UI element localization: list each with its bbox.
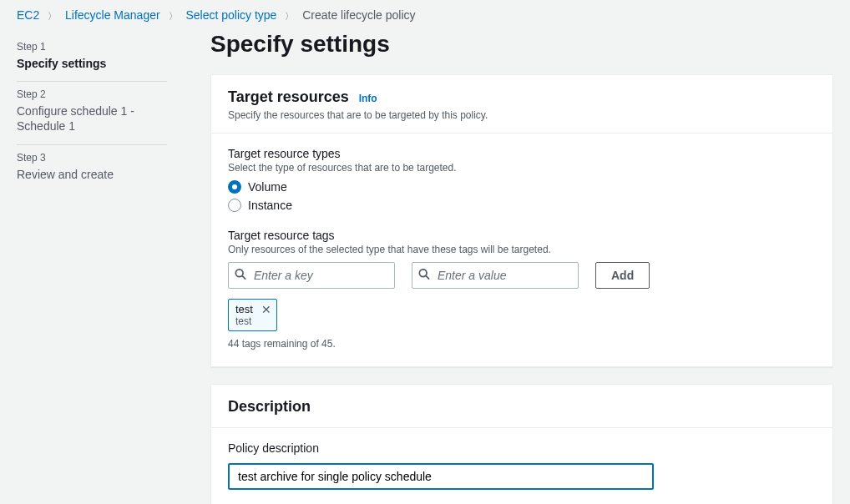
tag-token-key: test [235, 303, 253, 315]
svg-point-0 [235, 270, 243, 277]
chevron-right-icon: 〉 [285, 11, 294, 21]
close-icon[interactable]: ✕ [261, 303, 271, 316]
step-3-label: Step 3 [17, 152, 167, 164]
tag-token-value: test [235, 315, 253, 327]
svg-line-1 [242, 276, 245, 280]
radio-volume-label: Volume [248, 180, 287, 194]
wizard-steps: Step 1 Specify settings Step 2 Configure… [17, 28, 184, 504]
policy-description-label: Policy description [228, 441, 816, 455]
tags-remaining: 44 tags remaining of 45. [228, 338, 816, 350]
radio-icon [228, 199, 241, 212]
search-icon [418, 269, 430, 283]
step-1-label: Step 1 [17, 41, 167, 53]
breadcrumb-current: Create lifecycle policy [302, 8, 415, 22]
tag-value-input-wrap [412, 262, 579, 289]
resource-types-label: Target resource types [228, 147, 816, 160]
chevron-right-icon: 〉 [48, 11, 57, 21]
step-3-title[interactable]: Review and create [17, 167, 167, 182]
target-resources-panel: Target resources Info Specify the resour… [210, 74, 833, 367]
step-2-label: Step 2 [17, 88, 167, 100]
breadcrumb-lifecycle[interactable]: Lifecycle Manager [65, 8, 160, 22]
radio-icon [228, 180, 241, 194]
svg-point-2 [419, 270, 427, 277]
breadcrumb: EC2 〉 Lifecycle Manager 〉 Select policy … [0, 0, 850, 28]
info-link[interactable]: Info [359, 93, 377, 104]
target-resources-subtitle: Specify the resources that are to be tar… [228, 109, 816, 121]
tag-key-input-wrap [228, 262, 395, 289]
resource-tags-hint: Only resources of the selected type that… [228, 244, 816, 255]
chevron-right-icon: 〉 [169, 11, 178, 21]
radio-instance-label: Instance [248, 199, 292, 212]
add-button[interactable]: Add [595, 262, 650, 289]
page-title: Specify settings [210, 31, 833, 58]
svg-line-3 [426, 276, 429, 280]
tag-value-input[interactable] [412, 262, 579, 289]
search-icon [235, 269, 246, 283]
resource-types-hint: Select the type of resources that are to… [228, 162, 816, 174]
target-resources-heading: Target resources [228, 88, 349, 106]
radio-instance[interactable]: Instance [228, 199, 816, 212]
policy-description-input[interactable] [228, 463, 654, 490]
step-2-title[interactable]: Configure schedule 1 - Schedule 1 [17, 103, 167, 134]
description-panel: Description Policy description [210, 384, 833, 504]
breadcrumb-select-policy[interactable]: Select policy type [185, 8, 276, 22]
resource-tags-label: Target resource tags [228, 229, 816, 242]
breadcrumb-ec2[interactable]: EC2 [17, 8, 39, 22]
step-1-title[interactable]: Specify settings [17, 56, 167, 71]
tag-key-input[interactable] [228, 262, 395, 289]
description-heading: Description [228, 398, 311, 416]
radio-volume[interactable]: Volume [228, 180, 816, 194]
tag-token: test test ✕ [228, 299, 277, 331]
